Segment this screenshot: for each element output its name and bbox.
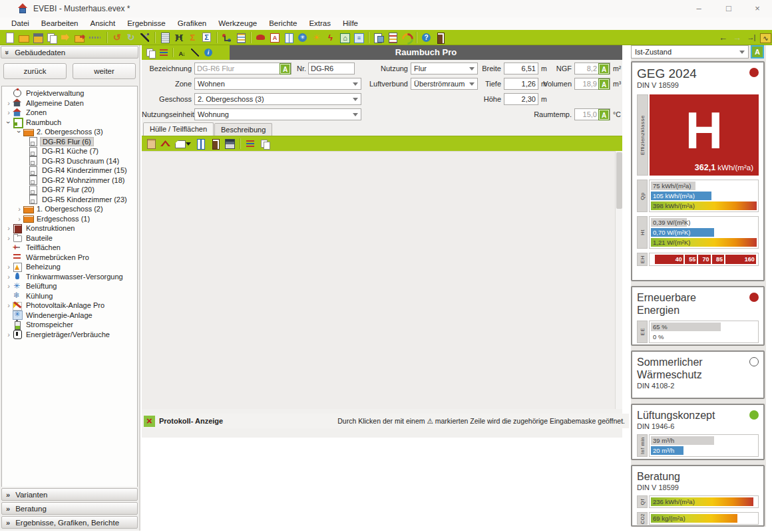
save-icon[interactable] xyxy=(32,32,43,43)
menu-hilfe[interactable]: Hilfe xyxy=(337,17,364,30)
export-icon[interactable] xyxy=(74,32,85,43)
chart-icon[interactable] xyxy=(759,32,771,43)
sum-blue-icon[interactable] xyxy=(201,32,212,43)
expander-icon[interactable]: › xyxy=(5,118,13,126)
evex-icon[interactable] xyxy=(88,32,102,43)
next-button[interactable]: weiter xyxy=(73,63,136,79)
forward-arrow-icon[interactable]: → xyxy=(731,32,743,43)
tree-item-stromspeicher[interactable]: Stromspeicher xyxy=(2,320,137,330)
undo-icon[interactable]: ↺ xyxy=(111,32,122,43)
back-arrow-icon[interactable]: ← xyxy=(717,32,729,43)
nutzungseinheit-select[interactable]: Wohnung xyxy=(194,108,361,120)
bezeichnung-field[interactable]: DG-R6 Flur A xyxy=(194,63,291,74)
tree-item-bauteile[interactable]: ›Bauteile xyxy=(2,233,137,243)
close-button[interactable]: × xyxy=(744,0,771,17)
expander-icon[interactable]: › xyxy=(5,263,13,271)
open-folder-icon[interactable] xyxy=(18,32,29,43)
expander-icon[interactable]: › xyxy=(5,331,13,338)
new-file-icon[interactable] xyxy=(4,32,15,43)
hoehe-field[interactable]: 2,30 xyxy=(504,93,538,105)
tree-item-dg-r2-wohnzimmer[interactable]: DG-R2 Wohnzimmer (18) xyxy=(2,176,137,186)
protocol-close-icon[interactable]: × xyxy=(144,416,155,427)
info-icon[interactable] xyxy=(203,47,214,58)
tree-item-allgemeine-daten[interactable]: ›Allgemeine Daten xyxy=(2,98,137,108)
zone-select[interactable]: Wohnen xyxy=(194,78,361,90)
menu-ansicht[interactable]: Ansicht xyxy=(84,17,121,30)
tree-item-konstruktionen[interactable]: ›Konstruktionen xyxy=(2,223,137,233)
energy-label-arc-icon[interactable] xyxy=(401,32,412,43)
ngf-field[interactable]: 8,2 A xyxy=(574,63,610,74)
sum-orange-icon[interactable] xyxy=(187,32,198,43)
expander-icon[interactable]: › xyxy=(5,224,13,232)
expander-icon[interactable]: › xyxy=(15,205,23,213)
a-badge-button[interactable]: A xyxy=(599,79,609,89)
panel-varianten[interactable]: »Varianten xyxy=(1,488,138,501)
a-badge-button[interactable]: A xyxy=(280,64,290,74)
tree-item-dg-r6-flur[interactable]: DG-R6 Flur (6) xyxy=(2,137,137,147)
wizard-icon[interactable] xyxy=(190,47,200,58)
expander-icon[interactable]: › xyxy=(5,99,13,107)
state-select[interactable]: Ist-Zustand xyxy=(631,45,749,59)
flowchart-icon[interactable] xyxy=(221,32,232,43)
tree-item-photovoltaik[interactable]: ›Photovoltaik-Anlage Pro xyxy=(2,301,137,311)
protocol-icon[interactable] xyxy=(244,138,256,150)
lightning-icon[interactable] xyxy=(325,32,336,43)
raumtemp-field[interactable]: 15,0 A xyxy=(574,108,610,120)
help-icon[interactable] xyxy=(421,32,432,43)
tree-item-waermebruecken[interactable]: Wärmebrücken Pro xyxy=(2,253,137,263)
a-frame-icon[interactable] xyxy=(269,32,280,43)
expander-icon[interactable]: › xyxy=(5,282,13,290)
roof-icon[interactable] xyxy=(160,138,172,150)
tree-item-windenergie[interactable]: Windenergie-Anlage xyxy=(2,311,137,321)
document-icon[interactable] xyxy=(159,32,170,43)
tree-item-energietraeger[interactable]: ›Energieträger/Verbräuche xyxy=(2,330,137,340)
volumen-field[interactable]: 18,9 A xyxy=(574,78,610,90)
tree-item-raumbuch[interactable]: ›Raumbuch xyxy=(2,118,137,128)
expander-icon[interactable]: › xyxy=(5,301,13,309)
exit-door-icon[interactable] xyxy=(435,32,446,43)
back-button[interactable]: zurück xyxy=(3,63,67,79)
sun-icon[interactable] xyxy=(311,32,322,43)
tree-item-dg-r7-flur[interactable]: DG-R7 Flur (20) xyxy=(2,185,137,195)
import-icon[interactable] xyxy=(60,32,71,43)
window-component-icon[interactable] xyxy=(283,32,294,43)
a-badge-button[interactable]: A xyxy=(751,45,764,59)
geschoss-select[interactable]: 2. Obergeschoss (3) xyxy=(194,93,361,105)
door-icon[interactable] xyxy=(209,138,221,150)
menu-werkzeuge[interactable]: Werkzeuge xyxy=(212,17,263,30)
menu-extras[interactable]: Extras xyxy=(303,17,337,30)
tree-item-belueftung[interactable]: ›Belüftung xyxy=(2,281,137,291)
tree-item-dg-r3-duschraum[interactable]: DG-R3 Duschraum (14) xyxy=(2,156,137,166)
blue-grid-icon[interactable] xyxy=(353,32,364,43)
fan-icon[interactable] xyxy=(297,32,308,43)
sort-icon[interactable] xyxy=(176,47,187,58)
window-icon[interactable] xyxy=(194,138,206,150)
menu-berichte[interactable]: Berichte xyxy=(263,17,303,30)
house-energy-icon[interactable] xyxy=(339,32,350,43)
menu-bearbeiten[interactable]: Bearbeiten xyxy=(35,17,85,30)
copy-room-icon[interactable] xyxy=(145,47,156,58)
protocol-list-icon[interactable] xyxy=(235,32,246,43)
vertical-scrollbar[interactable] xyxy=(615,151,622,409)
expander-icon[interactable]: › xyxy=(15,215,23,223)
tree-item-trinkwarmwasser[interactable]: ›Trinkwarmwasser-Versorgung xyxy=(2,272,137,282)
nutzung-select[interactable]: Flur xyxy=(411,63,478,74)
copy-icon[interactable] xyxy=(46,32,57,43)
wizard-wand-icon[interactable] xyxy=(139,32,150,43)
tree-item-kuehlung[interactable]: Kühlung xyxy=(2,291,137,301)
tree-item-dg-r5-kinderzimmer[interactable]: DG-R5 Kinderzimmer (23) xyxy=(2,195,137,205)
report-copy-icon[interactable] xyxy=(373,32,384,43)
protocol-icon[interactable] xyxy=(158,47,169,58)
expander-icon[interactable]: › xyxy=(5,234,13,242)
copy-surface-icon[interactable] xyxy=(259,138,271,150)
luftverbund-select[interactable]: Überströmraum xyxy=(411,78,478,90)
tree-item-teilflaechen[interactable]: Teilflächen xyxy=(2,243,137,253)
minimize-button[interactable]: – xyxy=(685,0,712,17)
scrollbar-thumb[interactable] xyxy=(616,152,622,209)
tab-beschreibung[interactable]: Beschreibung xyxy=(214,123,272,136)
tree-item-beheizung[interactable]: ›Beheizung xyxy=(2,262,137,272)
tree-item-dg-r4-kinderzimmer[interactable]: DG-R4 Kinderzimmer (15) xyxy=(2,166,137,176)
nr-field[interactable]: DG-R6 xyxy=(308,63,355,74)
expander-icon[interactable]: › xyxy=(5,273,13,281)
menu-datei[interactable]: Datei xyxy=(5,17,35,30)
